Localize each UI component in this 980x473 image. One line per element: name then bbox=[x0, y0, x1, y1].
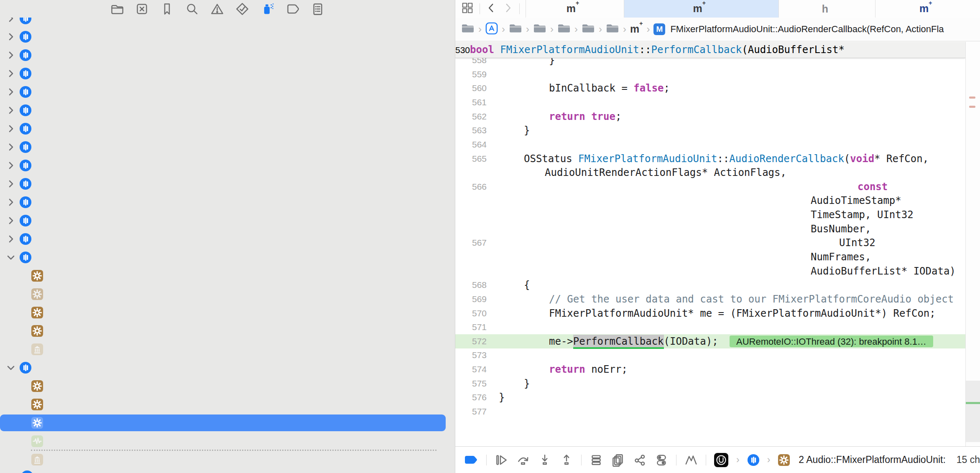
code-line-breakpoint-hit[interactable]: 572me->PerformCallback(IOData);AURemoteI… bbox=[455, 334, 965, 348]
editor-tab-audiomixer[interactable]: h bbox=[778, 0, 875, 18]
code-line[interactable]: 573 bbox=[455, 348, 965, 362]
thread-row[interactable] bbox=[0, 102, 455, 119]
project-navigator-icon[interactable] bbox=[110, 2, 124, 16]
thread-row[interactable] bbox=[0, 47, 455, 64]
method-badge-icon[interactable]: M bbox=[653, 23, 665, 35]
bookmarks-icon[interactable] bbox=[160, 2, 174, 16]
editor-tab-audiomixer[interactable]: m+ bbox=[526, 0, 624, 18]
issues-icon[interactable] bbox=[210, 2, 225, 16]
thread-row[interactable] bbox=[0, 231, 455, 247]
thread-row[interactable] bbox=[0, 139, 455, 155]
stack-frame-row[interactable] bbox=[0, 451, 455, 468]
code-line[interactable]: AudioTimeStamp* bbox=[455, 193, 965, 208]
code-line[interactable]: 575} bbox=[455, 376, 965, 391]
code-line[interactable]: 566const bbox=[455, 180, 965, 194]
reports-icon[interactable] bbox=[310, 2, 325, 16]
line-number[interactable]: 569 bbox=[455, 292, 487, 306]
code-line[interactable]: 576} bbox=[455, 390, 965, 404]
code-line[interactable]: 570FMixerPlatformAudioUnit* me = (FMixer… bbox=[455, 306, 965, 320]
stack-frame-row[interactable] bbox=[0, 378, 455, 394]
scrollbar-thumb[interactable] bbox=[966, 381, 980, 442]
thread-row[interactable] bbox=[0, 249, 455, 266]
source-control-icon[interactable] bbox=[135, 2, 149, 16]
breadcrumb-group-icon[interactable] bbox=[557, 23, 571, 36]
code-line[interactable]: 571 bbox=[455, 320, 965, 334]
breadcrumb-group-icon[interactable] bbox=[461, 23, 475, 36]
code-line[interactable]: 562return true; bbox=[455, 109, 965, 124]
breakpoints-toggle-button[interactable] bbox=[464, 454, 479, 466]
disclosure-chevron-icon[interactable] bbox=[7, 157, 15, 174]
line-number[interactable]: 562 bbox=[455, 109, 487, 124]
minimap-scrollbar[interactable] bbox=[965, 42, 980, 446]
code-line[interactable]: 568{ bbox=[455, 278, 965, 292]
debug-navigator-icon[interactable] bbox=[260, 2, 275, 16]
disclosure-chevron-icon[interactable] bbox=[7, 84, 15, 100]
tests-icon[interactable] bbox=[235, 2, 250, 16]
code-line[interactable]: 564 bbox=[455, 137, 965, 152]
line-number[interactable]: 570 bbox=[455, 306, 487, 320]
forward-button[interactable] bbox=[503, 2, 513, 16]
disclosure-chevron-icon[interactable] bbox=[7, 231, 15, 247]
line-number[interactable]: 561 bbox=[455, 95, 487, 109]
code-line[interactable]: TimeStamp, UInt32 bbox=[455, 208, 965, 222]
code-line[interactable]: AudioUnitRenderActionFlags* ActionFlags, bbox=[455, 165, 965, 180]
thread-row[interactable] bbox=[0, 65, 455, 82]
editor-tab-gameengine[interactable]: m+ bbox=[875, 0, 980, 18]
disclosure-chevron-icon[interactable] bbox=[7, 139, 15, 155]
code-line[interactable]: 565OSStatus FMixerPlatformAudioUnit::Aud… bbox=[455, 152, 965, 166]
step-out-button[interactable] bbox=[559, 453, 574, 467]
line-number[interactable]: 573 bbox=[455, 348, 487, 362]
code-line[interactable]: NumFrames, bbox=[455, 250, 965, 264]
breadcrumb-file-icon[interactable]: m+ bbox=[630, 24, 643, 34]
breadcrumb-target-icon[interactable] bbox=[485, 22, 498, 36]
line-number[interactable]: 575 bbox=[455, 376, 487, 391]
breadcrumb-group-icon[interactable] bbox=[509, 23, 522, 36]
breadcrumb-group-icon[interactable] bbox=[582, 23, 595, 36]
breadcrumb-group-icon[interactable] bbox=[606, 23, 619, 36]
stack-frame-row[interactable] bbox=[0, 396, 455, 413]
stack-frame-row[interactable] bbox=[0, 415, 446, 431]
line-number[interactable]: 565 bbox=[455, 152, 487, 166]
breakpoint-hit-badge[interactable]: AURemoteIO::IOThread (32): breakpoint 8.… bbox=[730, 336, 933, 347]
stack-frame-row[interactable] bbox=[0, 323, 455, 339]
current-frame-label[interactable]: 2 Audio::FMixerPlatformAudioUnit: bbox=[799, 454, 946, 465]
stack-frame-row[interactable] bbox=[0, 341, 455, 358]
stack-frame-row[interactable] bbox=[0, 267, 455, 284]
thread-row[interactable] bbox=[0, 120, 455, 137]
line-number[interactable]: 572 bbox=[455, 334, 487, 348]
code-line[interactable]: 559 bbox=[455, 67, 965, 81]
breakpoints-icon[interactable] bbox=[285, 2, 300, 16]
disclosure-chevron-icon[interactable] bbox=[7, 65, 15, 82]
code-line[interactable]: 569// Get the user data and cast to our … bbox=[455, 292, 965, 306]
continue-button[interactable] bbox=[494, 453, 508, 467]
code-line[interactable]: AudioBufferList* IOData) bbox=[455, 264, 965, 278]
code-line[interactable]: 577 bbox=[455, 404, 965, 419]
code-line[interactable]: 574return noErr; bbox=[455, 362, 965, 376]
disclosure-chevron-icon[interactable] bbox=[7, 120, 15, 137]
memory-graph-button[interactable] bbox=[633, 453, 647, 467]
disclosure-chevron-icon[interactable] bbox=[7, 359, 15, 376]
disclosure-chevron-icon[interactable] bbox=[7, 47, 15, 64]
code-line[interactable]: 567UInt32 bbox=[455, 236, 965, 250]
related-items-icon[interactable] bbox=[461, 2, 474, 16]
disclosure-chevron-icon[interactable] bbox=[7, 249, 15, 266]
line-number[interactable]: 577 bbox=[455, 404, 487, 419]
breadcrumb-symbol[interactable]: FMixerPlatformAudioUnit::AudioRenderCall… bbox=[670, 24, 944, 35]
frame-gear-icon[interactable] bbox=[778, 454, 790, 466]
line-number[interactable]: 576 bbox=[455, 390, 487, 404]
stack-frame-row[interactable] bbox=[0, 304, 455, 321]
view-hierarchy-button[interactable] bbox=[611, 453, 625, 467]
disclosure-chevron-icon[interactable] bbox=[7, 212, 15, 229]
line-number[interactable]: 560 bbox=[455, 81, 487, 95]
thread-icon[interactable] bbox=[747, 454, 760, 466]
environment-overrides-button[interactable] bbox=[654, 453, 669, 467]
thread-row[interactable] bbox=[0, 84, 455, 100]
thread-row[interactable] bbox=[0, 359, 455, 376]
simulate-location-button[interactable] bbox=[684, 453, 698, 467]
step-into-button[interactable] bbox=[538, 453, 552, 467]
thread-row[interactable] bbox=[0, 28, 455, 45]
sticky-declaration-header[interactable]: 530bool FMixerPlatformAudioUnit::Perform… bbox=[455, 42, 965, 58]
disclosure-chevron-icon[interactable] bbox=[7, 102, 15, 119]
disclosure-chevron-icon[interactable] bbox=[7, 28, 15, 45]
line-number[interactable]: 574 bbox=[455, 362, 487, 376]
